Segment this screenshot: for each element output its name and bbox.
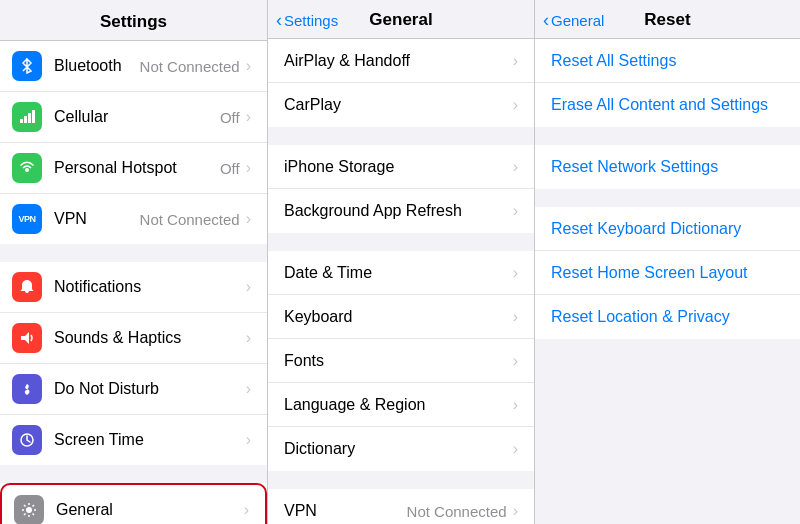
right-back-button[interactable]: ‹ General bbox=[543, 10, 604, 31]
screentime-chevron: › bbox=[246, 431, 251, 449]
sidebar-item-bluetooth[interactable]: Bluetooth Not Connected › bbox=[0, 41, 267, 92]
bluetooth-value: Not Connected bbox=[140, 58, 240, 75]
middle-header: ‹ Settings General bbox=[268, 0, 534, 39]
right-panel: ‹ General Reset Reset All Settings Erase… bbox=[535, 0, 800, 524]
keyboard-chevron: › bbox=[513, 308, 518, 326]
dictionary-label: Dictionary bbox=[284, 440, 513, 458]
sidebar-item-vpn[interactable]: VPN VPN Not Connected › bbox=[0, 194, 267, 244]
resetkeyboard-label: Reset Keyboard Dictionary bbox=[551, 220, 784, 238]
left-group-2: Notifications › Sounds & Haptics › bbox=[0, 262, 267, 465]
middle-group-1: AirPlay & Handoff › CarPlay › bbox=[268, 39, 534, 127]
middle-group-4: VPN Not Connected › bbox=[268, 489, 534, 524]
fonts-chevron: › bbox=[513, 352, 518, 370]
middle-gap-2 bbox=[268, 233, 534, 251]
bluetooth-icon bbox=[12, 51, 42, 81]
dnd-chevron: › bbox=[246, 380, 251, 398]
right-group-3: Reset Keyboard Dictionary Reset Home Scr… bbox=[535, 207, 800, 339]
vpn-label: VPN bbox=[54, 210, 140, 228]
middle-back-button[interactable]: ‹ Settings bbox=[276, 10, 338, 31]
middle-item-datetime[interactable]: Date & Time › bbox=[268, 251, 534, 295]
middle-item-dictionary[interactable]: Dictionary › bbox=[268, 427, 534, 471]
right-gap-2 bbox=[535, 189, 800, 207]
right-item-eraseall[interactable]: Erase All Content and Settings bbox=[535, 83, 800, 127]
middle-group-2: iPhone Storage › Background App Refresh … bbox=[268, 145, 534, 233]
mid-vpn-value: Not Connected bbox=[407, 503, 507, 520]
hotspot-chevron: › bbox=[246, 159, 251, 177]
airplay-label: AirPlay & Handoff bbox=[284, 52, 513, 70]
sidebar-item-sounds[interactable]: Sounds & Haptics › bbox=[0, 313, 267, 364]
back-chevron-icon: ‹ bbox=[276, 10, 282, 31]
middle-gap-3 bbox=[268, 471, 534, 489]
cellular-label: Cellular bbox=[54, 108, 220, 126]
notifications-chevron: › bbox=[246, 278, 251, 296]
middle-item-vpn[interactable]: VPN Not Connected › bbox=[268, 489, 534, 524]
language-chevron: › bbox=[513, 396, 518, 414]
right-item-resethome[interactable]: Reset Home Screen Layout bbox=[535, 251, 800, 295]
right-back-chevron-icon: ‹ bbox=[543, 10, 549, 31]
sidebar-item-donotdisturb[interactable]: Do Not Disturb › bbox=[0, 364, 267, 415]
right-title: Reset bbox=[644, 10, 690, 30]
eraseall-label: Erase All Content and Settings bbox=[551, 96, 784, 114]
datetime-label: Date & Time bbox=[284, 264, 513, 282]
right-item-resetnetwork[interactable]: Reset Network Settings bbox=[535, 145, 800, 189]
right-group-1: Reset All Settings Erase All Content and… bbox=[535, 39, 800, 127]
hotspot-icon bbox=[12, 153, 42, 183]
dnd-label: Do Not Disturb bbox=[54, 380, 246, 398]
right-header: ‹ General Reset bbox=[535, 0, 800, 39]
mid-vpn-label: VPN bbox=[284, 502, 407, 520]
left-group-3: General › Control Center › bbox=[0, 483, 267, 524]
right-item-resetkeyboard[interactable]: Reset Keyboard Dictionary bbox=[535, 207, 800, 251]
middle-item-airplay[interactable]: AirPlay & Handoff › bbox=[268, 39, 534, 83]
notifications-icon bbox=[12, 272, 42, 302]
left-group-1: Bluetooth Not Connected › Cellular Off › bbox=[0, 41, 267, 244]
middle-item-fonts[interactable]: Fonts › bbox=[268, 339, 534, 383]
svg-point-4 bbox=[25, 168, 29, 172]
general-icon bbox=[14, 495, 44, 524]
sidebar-item-cellular[interactable]: Cellular Off › bbox=[0, 92, 267, 143]
middle-scroll: AirPlay & Handoff › CarPlay › iPhone Sto… bbox=[268, 39, 534, 524]
mid-vpn-chevron: › bbox=[513, 502, 518, 520]
general-chevron: › bbox=[244, 501, 249, 519]
middle-item-storage[interactable]: iPhone Storage › bbox=[268, 145, 534, 189]
storage-chevron: › bbox=[513, 158, 518, 176]
sidebar-item-screentime[interactable]: Screen Time › bbox=[0, 415, 267, 465]
cellular-chevron: › bbox=[246, 108, 251, 126]
dnd-icon bbox=[12, 374, 42, 404]
hotspot-value: Off bbox=[220, 160, 240, 177]
datetime-chevron: › bbox=[513, 264, 518, 282]
bluetooth-label: Bluetooth bbox=[54, 57, 140, 75]
airplay-chevron: › bbox=[513, 52, 518, 70]
svg-rect-3 bbox=[32, 110, 35, 123]
sounds-label: Sounds & Haptics bbox=[54, 329, 246, 347]
hotspot-label: Personal Hotspot bbox=[54, 159, 220, 177]
sidebar-item-hotspot[interactable]: Personal Hotspot Off › bbox=[0, 143, 267, 194]
bgrefresh-label: Background App Refresh bbox=[284, 202, 513, 220]
left-scroll: Bluetooth Not Connected › Cellular Off › bbox=[0, 41, 267, 524]
middle-item-language[interactable]: Language & Region › bbox=[268, 383, 534, 427]
carplay-label: CarPlay bbox=[284, 96, 513, 114]
cellular-icon bbox=[12, 102, 42, 132]
middle-item-carplay[interactable]: CarPlay › bbox=[268, 83, 534, 127]
right-back-label: General bbox=[551, 12, 604, 29]
bluetooth-chevron: › bbox=[246, 57, 251, 75]
fonts-label: Fonts bbox=[284, 352, 513, 370]
notifications-label: Notifications bbox=[54, 278, 246, 296]
middle-item-bgrefresh[interactable]: Background App Refresh › bbox=[268, 189, 534, 233]
resetnetwork-label: Reset Network Settings bbox=[551, 158, 784, 176]
keyboard-label: Keyboard bbox=[284, 308, 513, 326]
middle-item-keyboard[interactable]: Keyboard › bbox=[268, 295, 534, 339]
sounds-chevron: › bbox=[246, 329, 251, 347]
right-item-resetlocation[interactable]: Reset Location & Privacy bbox=[535, 295, 800, 339]
sidebar-item-general[interactable]: General › bbox=[0, 483, 267, 524]
right-item-resetall[interactable]: Reset All Settings bbox=[535, 39, 800, 83]
vpn-icon: VPN bbox=[12, 204, 42, 234]
resetlocation-label: Reset Location & Privacy bbox=[551, 308, 784, 326]
right-gap-1 bbox=[535, 127, 800, 145]
left-gap-1 bbox=[0, 244, 267, 262]
left-header: Settings bbox=[0, 0, 267, 41]
general-label: General bbox=[56, 501, 244, 519]
middle-back-label: Settings bbox=[284, 12, 338, 29]
svg-point-6 bbox=[26, 507, 32, 513]
sidebar-item-notifications[interactable]: Notifications › bbox=[0, 262, 267, 313]
left-gap-2 bbox=[0, 465, 267, 483]
